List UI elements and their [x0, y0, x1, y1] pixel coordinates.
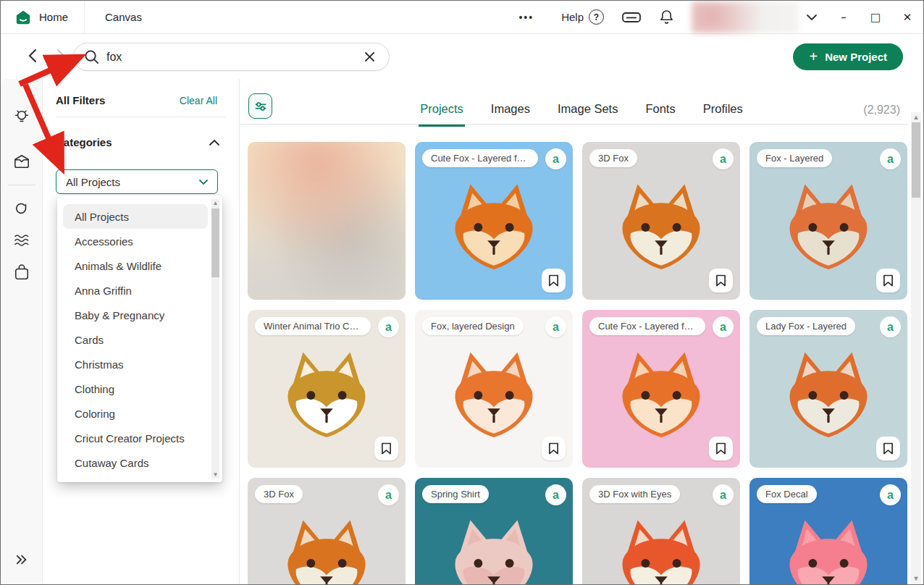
fox-artwork: [779, 514, 877, 584]
tab-home[interactable]: Home: [1, 1, 84, 33]
category-option[interactable]: All Projects: [63, 204, 208, 229]
project-card[interactable]: Fox - Layereda: [749, 142, 907, 300]
category-option[interactable]: Anna Griffin: [63, 278, 208, 303]
shop-bag-icon[interactable]: [1, 256, 43, 288]
card-title: Cute Fox - Layered for c...: [589, 317, 705, 335]
results-count: (2,923): [863, 104, 900, 117]
project-card[interactable]: [248, 142, 406, 300]
menu-scrollbar[interactable]: ▲ ▼: [211, 199, 219, 479]
categories-dropdown-value: All Projects: [66, 176, 198, 188]
card-title: Spring Shirt: [422, 485, 489, 503]
category-option[interactable]: Coloring: [63, 401, 208, 426]
fox-artwork: [445, 514, 542, 584]
results-tab-image-sets[interactable]: Image Sets: [556, 98, 619, 126]
results-grid: Cute Fox - Layered for c...a 3D Foxa Fox…: [248, 142, 907, 584]
new-project-button[interactable]: + New Project: [793, 43, 903, 70]
card-title: Lady Fox - Layered: [757, 317, 855, 335]
filters-title: All Filters: [56, 94, 105, 106]
machine-icon[interactable]: [613, 11, 650, 24]
category-option[interactable]: Cricut Creator Projects: [63, 426, 208, 450]
project-card[interactable]: Cute Fox - Layered for c...a: [582, 310, 740, 468]
history-nav: [22, 46, 70, 65]
category-option[interactable]: Christmas: [63, 352, 208, 376]
card-title: Fox - Layered: [757, 149, 832, 167]
close-button[interactable]: ✕: [891, 1, 923, 33]
menu-scroll-up-icon[interactable]: ▲: [211, 199, 219, 207]
categories-collapse-chevron-up-icon[interactable]: [209, 139, 220, 146]
inbox-icon[interactable]: [1, 146, 43, 177]
card-title: Fox Decal: [757, 485, 817, 503]
results-tab-fonts[interactable]: Fonts: [644, 98, 676, 126]
bookmark-icon[interactable]: [709, 269, 733, 292]
fox-artwork: [612, 178, 710, 276]
help-button[interactable]: Help ?: [553, 9, 613, 25]
app-window: Home Canvas ••• Help ? – □: [0, 0, 924, 585]
results-tab-projects[interactable]: Projects: [419, 98, 465, 126]
project-card[interactable]: 3D Foxa: [582, 142, 740, 300]
project-card[interactable]: Winter Animal Trio Card...a: [248, 310, 406, 468]
project-card[interactable]: Fox Decala: [749, 478, 907, 584]
bookmark-icon[interactable]: [876, 269, 900, 292]
rail-divider: [8, 185, 35, 185]
page-scroll-up-icon[interactable]: ▲: [911, 112, 921, 122]
page-scroll-down-icon[interactable]: ▼: [911, 573, 921, 583]
card-title: 3D Fox with Eyes: [589, 485, 680, 503]
bookmark-icon[interactable]: [374, 437, 398, 460]
results-tab-images[interactable]: Images: [490, 98, 532, 126]
fox-artwork: [779, 346, 877, 444]
category-option[interactable]: Baby & Pregnancy: [63, 303, 208, 327]
blurred-thumbnail: [248, 142, 406, 300]
overflow-menu-icon[interactable]: •••: [500, 12, 553, 23]
results-area: ProjectsImagesImage SetsFontsProfiles (2…: [240, 79, 923, 584]
category-option[interactable]: Animals & Wildlife: [63, 253, 208, 278]
materials-waves-icon[interactable]: [1, 224, 43, 256]
bookmark-icon[interactable]: [542, 269, 566, 292]
fox-artwork: [612, 346, 710, 444]
clear-all-link[interactable]: Clear All: [180, 95, 217, 106]
ideas-lightbulb-icon[interactable]: [1, 101, 43, 132]
user-account-blurred: [692, 1, 799, 33]
notifications-bell-icon[interactable]: [650, 9, 683, 25]
categories-dropdown[interactable]: All Projects: [56, 169, 218, 194]
card-title: Fox, layered Design: [422, 317, 524, 335]
bookmark-icon[interactable]: [876, 437, 900, 460]
project-card[interactable]: 3D Foxa: [248, 478, 406, 584]
expand-rail-icon[interactable]: [1, 544, 43, 576]
menu-scroll-down-icon[interactable]: ▼: [211, 471, 219, 479]
tabs-divider: [240, 124, 909, 125]
fox-artwork: [779, 178, 877, 276]
clear-search-icon[interactable]: [360, 48, 379, 67]
fox-artwork: [445, 346, 542, 444]
card-title: Winter Animal Trio Card...: [255, 317, 371, 335]
search-bar: [73, 43, 390, 71]
forward-button[interactable]: [51, 46, 70, 65]
results-tab-profiles[interactable]: Profiles: [702, 98, 744, 126]
search-input[interactable]: [106, 51, 360, 64]
cricut-access-icon[interactable]: [1, 193, 43, 224]
cricut-access-badge-icon: a: [378, 484, 399, 505]
category-option[interactable]: Cards: [63, 327, 208, 352]
bookmark-icon[interactable]: [542, 437, 566, 460]
categories-menu-list: All ProjectsAccessoriesAnimals & Wildlif…: [57, 204, 222, 475]
tab-canvas[interactable]: Canvas: [85, 1, 193, 33]
bookmark-icon[interactable]: [709, 437, 733, 460]
results-tabs: ProjectsImagesImage SetsFontsProfiles: [327, 98, 836, 126]
category-option[interactable]: Clothing: [63, 376, 208, 401]
project-card[interactable]: Cute Fox - Layered for c...a: [415, 142, 573, 300]
page-scrollbar[interactable]: ▲ ▼: [911, 112, 921, 583]
filter-toggle-button[interactable]: [248, 93, 272, 119]
plus-icon: +: [809, 49, 818, 65]
project-card[interactable]: Fox, layered Designa: [415, 310, 573, 468]
project-card[interactable]: Spring Shirta: [415, 478, 573, 584]
category-option[interactable]: Cutaway Cards: [63, 450, 208, 475]
maximize-button[interactable]: □: [860, 1, 891, 33]
account-chevron-down-icon[interactable]: [802, 11, 828, 24]
page-scroll-thumb[interactable]: [912, 122, 920, 198]
back-button[interactable]: [22, 46, 41, 65]
category-option[interactable]: Accessories: [63, 229, 208, 253]
project-card[interactable]: 3D Fox with Eyesa: [582, 478, 740, 584]
cricut-access-badge-icon: a: [880, 316, 901, 337]
minimize-button[interactable]: –: [828, 1, 860, 33]
project-card[interactable]: Lady Fox - Layereda: [749, 310, 907, 468]
menu-scroll-thumb[interactable]: [211, 209, 219, 277]
